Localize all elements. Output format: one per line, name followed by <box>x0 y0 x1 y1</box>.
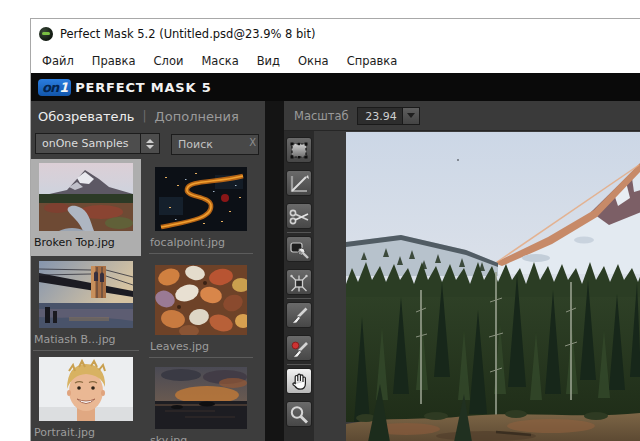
tool-refine-brush[interactable] <box>286 302 312 328</box>
trim-tool-icon <box>287 172 311 196</box>
menu-view[interactable]: Вид <box>248 51 289 71</box>
touchup-brush-tool-icon <box>287 337 311 361</box>
zoom-label: Масштаб <box>294 109 349 123</box>
scissors-icon <box>287 205 311 229</box>
on1-logo: on 1 <box>38 79 71 96</box>
tool-magic-brush[interactable] <box>286 236 312 262</box>
on1-logo-box: on 1 <box>38 79 71 96</box>
masking-bug-tool-icon <box>287 271 311 295</box>
thumbnail-portrait[interactable]: Portrait.jpg <box>31 353 141 441</box>
app-title: PERFECT MASK 5 <box>75 80 211 95</box>
tool-column <box>284 131 314 441</box>
zoom-dropdown-button[interactable] <box>403 107 420 125</box>
app-header: on 1 PERFECT MASK 5 <box>31 73 640 101</box>
zoom-value-field[interactable]: 23.94 <box>357 107 403 125</box>
tool-group-divider <box>287 364 311 365</box>
thumbnail-matiash[interactable]: Matiash B...jpg <box>31 257 141 353</box>
menu-layers[interactable]: Слои <box>145 51 193 71</box>
thumbnail-image-portrait <box>39 357 133 421</box>
transform-tool-icon <box>287 139 311 163</box>
window-title: Perfect Mask 5.2 (Untitled.psd@23.9% 8 b… <box>60 27 316 41</box>
thumbnail-sky[interactable]: sky.jpg <box>147 363 255 441</box>
spinner-up-icon <box>146 139 154 143</box>
magnifier-icon <box>287 403 311 427</box>
thumbnail-label: Leaves.jpg <box>149 340 253 358</box>
thumbnail-image-leaves <box>155 265 247 335</box>
tab-extras[interactable]: Дополнения <box>155 109 239 124</box>
thumbnail-image-sky <box>155 367 247 429</box>
refine-brush-tool-icon <box>287 304 311 328</box>
tab-divider: | <box>143 109 147 123</box>
thumbnail-broken-top[interactable]: Broken Top.jpg <box>31 159 141 256</box>
thumbnail-label: focalpoint.jpg <box>149 236 253 254</box>
canvas-image[interactable] <box>346 132 640 441</box>
search-input[interactable] <box>171 134 259 155</box>
tool-touchup-brush[interactable] <box>286 335 312 361</box>
logo-on-text: on <box>42 80 58 95</box>
menu-windows[interactable]: Окна <box>289 51 338 71</box>
source-dropdown[interactable]: onOne Samples <box>35 133 141 154</box>
thumbnail-label: Broken Top.jpg <box>33 236 139 254</box>
source-spinner-button[interactable] <box>141 133 160 154</box>
browser-panel: Обозреватель | Дополнения onOne Samples … <box>31 101 265 441</box>
zoom-dropdown-icon <box>407 113 415 118</box>
zoom-bar: Масштаб 23.94 <box>284 101 640 131</box>
menu-help[interactable]: Справка <box>338 51 407 71</box>
tab-browser[interactable]: Обозреватель <box>38 109 135 124</box>
magic-brush-tool-icon <box>287 238 311 262</box>
app-icon <box>39 27 53 41</box>
tool-pan[interactable] <box>286 368 312 394</box>
menu-edit[interactable]: Правка <box>83 51 145 71</box>
canvas-area <box>314 131 640 441</box>
thumbnail-image-matiash <box>39 261 133 328</box>
title-bar: Perfect Mask 5.2 (Untitled.psd@23.9% 8 b… <box>31 19 640 49</box>
thumbnail-label: sky.jpg <box>149 434 253 441</box>
thumbnail-focalpoint[interactable]: focalpoint.jpg <box>147 159 255 256</box>
panel-tabs: Обозреватель | Дополнения <box>31 101 265 131</box>
menu-bar: Файл Правка Слои Маска Вид Окна Справка <box>31 49 640 73</box>
tool-group-divider <box>287 298 311 299</box>
thumbnail-label: Portrait.jpg <box>33 426 139 441</box>
hand-tool-icon <box>287 370 311 394</box>
search-box: X <box>171 133 259 154</box>
tool-trim[interactable] <box>286 170 312 196</box>
thumbnail-label: Matiash B...jpg <box>33 333 139 351</box>
browser-controls: onOne Samples X <box>31 132 265 156</box>
tool-group-divider <box>287 232 311 233</box>
tool-transform[interactable] <box>286 137 312 163</box>
app-window: Perfect Mask 5.2 (Untitled.psd@23.9% 8 b… <box>30 18 640 441</box>
tool-zoom[interactable] <box>286 401 312 427</box>
logo-one-text: 1 <box>59 80 68 95</box>
app-area: on 1 PERFECT MASK 5 Обозреватель | Допол… <box>31 73 640 441</box>
panel-divider-strip <box>265 101 284 441</box>
spinner-down-icon <box>146 145 154 149</box>
tool-chisel[interactable] <box>286 203 312 229</box>
search-clear-button[interactable]: X <box>249 137 256 148</box>
thumbnail-image-broken-top <box>39 163 133 231</box>
thumbnail-image-focalpoint <box>155 167 247 231</box>
menu-file[interactable]: Файл <box>33 51 83 71</box>
menu-mask[interactable]: Маска <box>192 51 247 71</box>
tool-masking-bug[interactable] <box>286 269 312 295</box>
thumbnail-leaves[interactable]: Leaves.jpg <box>147 259 255 360</box>
